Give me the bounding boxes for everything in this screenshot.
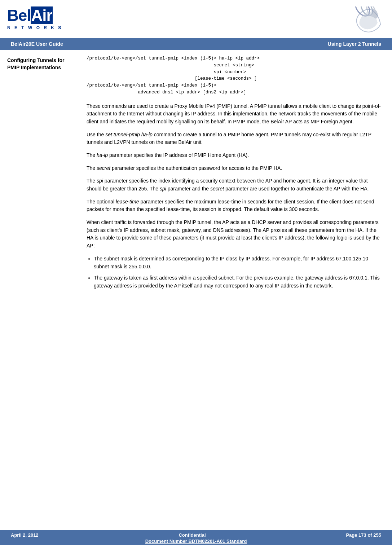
header-graphic: [349, 6, 381, 35]
logo-bel: Bel: [7, 6, 31, 24]
nav-right: Using Layer 2 Tunnels: [328, 41, 381, 47]
paragraph-1: These commands are used to create a Prox…: [87, 102, 381, 126]
paragraph-2: Use the set tunnel-pmip ha-ip command to…: [87, 131, 381, 146]
bullet-item-2: The gateway is taken as first address wi…: [94, 274, 381, 290]
paragraph-4: The secret parameter specifies the authe…: [87, 164, 381, 172]
paragraph-6: The optional lease-time parameter specif…: [87, 198, 381, 214]
sidebar-title: Configuring Tunnels for PMIP Implementat…: [7, 57, 74, 71]
content-area: /protocol/te-<eng>/set tunnel-pmip <inde…: [79, 50, 392, 302]
logo-area: BelAir N E T W O R K S: [7, 6, 62, 30]
belair-logo-text: BelAir: [7, 6, 53, 25]
logo-air: Air: [31, 6, 52, 24]
code-block-1: /protocol/te-<eng>/set tunnel-pmip <inde…: [87, 55, 381, 96]
nav-left: BelAir20E User Guide: [11, 41, 63, 47]
bullet-item-1: The subnet mask is determined as corresp…: [94, 255, 381, 271]
nav-bar: BelAir20E User Guide Using Layer 2 Tunne…: [0, 38, 392, 50]
footer-confidential: Confidential: [179, 532, 206, 538]
paragraph-7: When client traffic is forwarded through…: [87, 219, 381, 250]
paragraph-5: The spi parameter specifies the index id…: [87, 177, 381, 193]
paragraph-3: The ha-ip parameter specifies the IP add…: [87, 151, 381, 159]
sidebar: Configuring Tunnels for PMIP Implementat…: [0, 50, 79, 302]
bullet-list: The subnet mask is determined as corresp…: [94, 255, 381, 290]
main-content: Configuring Tunnels for PMIP Implementat…: [0, 50, 392, 302]
footer-doc: Document Number BDTM02201-A01 Standard: [11, 539, 381, 544]
footer-row1: April 2, 2012 Confidential Page 173 of 2…: [11, 532, 381, 538]
logo-networks: N E T W O R K S: [7, 25, 62, 30]
footer-date: April 2, 2012: [11, 532, 39, 538]
logo: BelAir: [7, 6, 62, 25]
footer-page: Page 173 of 255: [346, 532, 381, 538]
footer: April 2, 2012 Confidential Page 173 of 2…: [0, 530, 392, 545]
page-header: BelAir N E T W O R K S: [0, 0, 392, 38]
